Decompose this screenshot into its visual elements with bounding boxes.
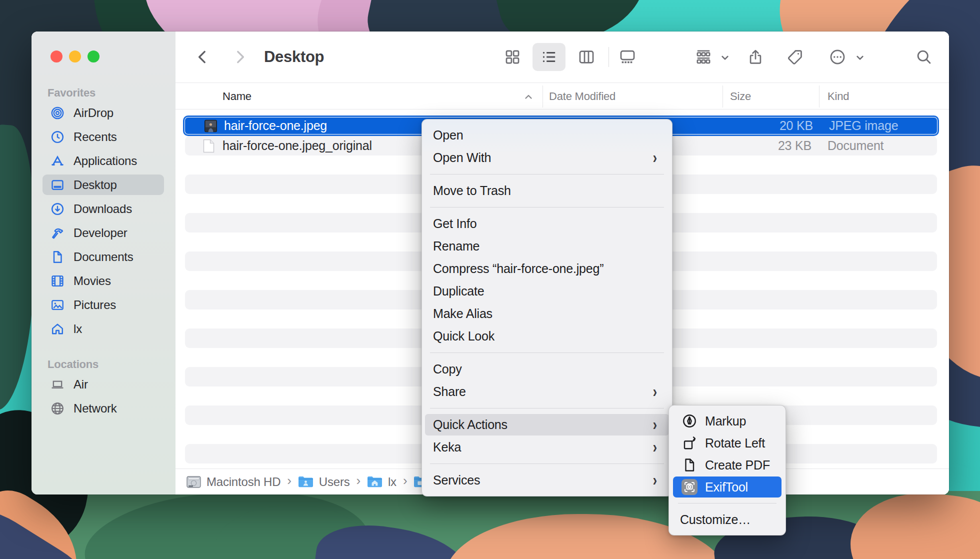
path-item-macintosh-hd[interactable]: Macintosh HD <box>186 475 280 489</box>
icon-view-button[interactable] <box>498 43 526 71</box>
submenu-chevron-icon: › <box>653 470 657 490</box>
submenu-chevron-icon: › <box>653 148 657 168</box>
sidebar-item-label: Movies <box>74 274 111 288</box>
create-pdf-icon <box>681 456 698 474</box>
sidebar-item-label: lx <box>74 322 82 336</box>
menu-item-share[interactable]: Share › <box>422 380 672 403</box>
back-button[interactable] <box>188 43 216 71</box>
submenu-item-customize[interactable]: Customize… <box>669 508 786 530</box>
window-controls <box>50 50 100 62</box>
minimize-button[interactable] <box>69 50 81 62</box>
film-icon <box>50 274 65 288</box>
document-file-icon <box>203 139 214 152</box>
menu-item-move-to-trash[interactable]: Move to Trash <box>422 180 672 202</box>
share-button[interactable] <box>742 43 770 71</box>
path-item-home[interactable]: lx <box>367 475 396 489</box>
sidebar-item-label: Developer <box>74 226 128 240</box>
forward-button[interactable] <box>226 43 254 71</box>
folder-users-icon <box>298 476 314 488</box>
list-view-button[interactable] <box>532 43 566 71</box>
globe-icon <box>50 401 65 416</box>
sidebar-item-airdrop[interactable]: AirDrop <box>32 101 176 125</box>
submenu-item-rotate-left[interactable]: Rotate Left <box>669 432 786 454</box>
sidebar-item-documents[interactable]: Documents <box>32 245 176 269</box>
zoom-button[interactable] <box>88 50 100 62</box>
menu-item-quick-look[interactable]: Quick Look <box>422 325 672 348</box>
tags-button[interactable] <box>781 43 809 71</box>
column-divider[interactable] <box>542 86 543 108</box>
column-header-size[interactable]: Size <box>730 83 751 110</box>
submenu-item-markup[interactable]: Markup <box>669 410 786 432</box>
path-separator-icon: › <box>286 473 292 488</box>
menu-item-rename[interactable]: Rename <box>422 235 672 258</box>
clock-icon <box>50 130 65 144</box>
path-label: lx <box>388 475 396 489</box>
sidebar: Favorites AirDrop Recents <box>32 32 176 494</box>
toolbar: Desktop <box>176 32 949 82</box>
submenu-item-label: Create PDF <box>705 458 770 472</box>
sidebar-section-locations: Locations <box>32 356 176 372</box>
group-by-button[interactable] <box>690 43 718 71</box>
sidebar-item-air[interactable]: Air <box>32 372 176 396</box>
menu-item-copy[interactable]: Copy <box>422 358 672 380</box>
sidebar-item-recents[interactable]: Recents <box>32 125 176 149</box>
context-menu: Open Open With › Move to Trash Get Info … <box>422 119 672 496</box>
menu-item-label: Open With <box>433 150 491 165</box>
sidebar-item-home[interactable]: lx <box>32 317 176 341</box>
submenu-item-label: ExifTool <box>705 480 748 494</box>
sidebar-item-desktop[interactable]: Desktop <box>32 173 176 197</box>
column-header-kind[interactable]: Kind <box>828 83 849 110</box>
menu-item-duplicate[interactable]: Duplicate <box>422 280 672 302</box>
menu-item-quick-actions[interactable]: Quick Actions › <box>422 414 672 436</box>
menu-separator <box>430 464 664 464</box>
menu-separator <box>430 408 664 408</box>
submenu-chevron-icon: › <box>653 415 657 434</box>
menu-item-label: Move to Trash <box>433 184 511 198</box>
column-header-date-modified[interactable]: Date Modified <box>549 83 616 110</box>
folder-home-icon <box>367 476 382 488</box>
gallery-view-button[interactable] <box>614 43 642 71</box>
airdrop-icon <box>50 106 65 120</box>
file-size: 23 KB <box>732 136 812 156</box>
sidebar-item-developer[interactable]: Developer <box>32 221 176 245</box>
menu-item-get-info[interactable]: Get Info <box>422 212 672 235</box>
exiftool-icon <box>681 478 698 496</box>
menu-item-open-with[interactable]: Open With › <box>422 146 672 169</box>
close-button[interactable] <box>50 50 62 62</box>
chevron-down-icon <box>854 51 866 64</box>
column-divider[interactable] <box>722 86 723 108</box>
column-view-button[interactable] <box>572 43 600 71</box>
photo-icon <box>50 298 65 312</box>
sidebar-item-label: Desktop <box>74 178 117 192</box>
downloads-icon <box>50 202 65 216</box>
sidebar-item-downloads[interactable]: Downloads <box>32 197 176 221</box>
menu-separator <box>678 503 776 504</box>
submenu-item-create-pdf[interactable]: Create PDF <box>669 454 786 476</box>
more-options-button[interactable] <box>824 43 852 71</box>
submenu-item-label: Markup <box>705 414 746 428</box>
sidebar-item-label: Pictures <box>74 298 116 312</box>
sidebar-item-pictures[interactable]: Pictures <box>32 293 176 317</box>
column-header-name[interactable]: Name <box>222 83 252 110</box>
laptop-icon <box>50 377 65 392</box>
path-item-users[interactable]: Users <box>298 475 350 489</box>
window-title: Desktop <box>264 32 324 82</box>
sidebar-item-applications[interactable]: Applications <box>32 149 176 173</box>
column-divider[interactable] <box>819 86 820 108</box>
sidebar-item-label: Documents <box>74 250 134 264</box>
desktop-icon <box>50 178 65 192</box>
menu-item-open[interactable]: Open <box>422 124 672 146</box>
search-button[interactable] <box>910 43 938 71</box>
sidebar-item-movies[interactable]: Movies <box>32 269 176 293</box>
sidebar-item-network[interactable]: Network <box>32 396 176 420</box>
submenu-item-exiftool[interactable]: ExifTool <box>669 476 786 498</box>
path-separator-icon: › <box>355 473 361 488</box>
toolbar-divider <box>608 47 609 67</box>
menu-item-keka[interactable]: Keka › <box>422 436 672 458</box>
menu-item-services[interactable]: Services › <box>422 469 672 492</box>
menu-separator <box>430 207 664 208</box>
path-label: Macintosh HD <box>206 475 280 489</box>
menu-item-compress[interactable]: Compress “hair-force-one.jpeg” <box>422 258 672 280</box>
menu-item-label: Duplicate <box>433 284 484 298</box>
menu-item-make-alias[interactable]: Make Alias <box>422 302 672 325</box>
